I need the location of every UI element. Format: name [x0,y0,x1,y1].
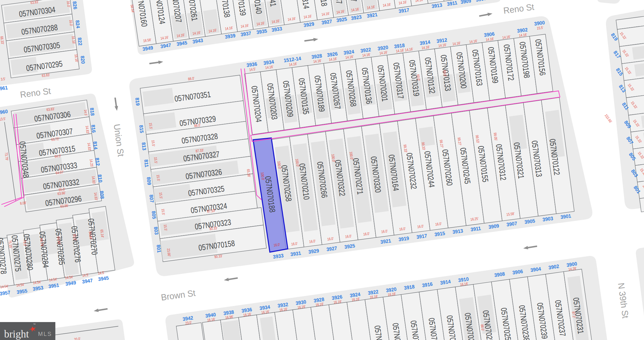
svg-text:814: 814 [92,141,98,150]
svg-text:16.0': 16.0' [273,242,280,247]
svg-text:60.0': 60.0' [442,70,447,77]
svg-text:3951: 3951 [48,282,59,289]
svg-text:16.0': 16.0' [435,221,442,226]
svg-text:3.5': 3.5' [0,76,6,81]
svg-text:60.0': 60.0' [416,74,421,81]
svg-text:14.5': 14.5' [98,270,105,275]
svg-text:16.0': 16.0' [66,1,71,8]
svg-text:824: 824 [75,20,81,28]
svg-text:Reno St: Reno St [503,2,535,16]
svg-text:14.83': 14.83' [85,125,90,134]
svg-text:14.5': 14.5' [82,273,89,278]
svg-text:15.5': 15.5' [151,140,156,147]
svg-text:15.5': 15.5' [163,224,168,231]
svg-text:16.0': 16.0' [291,241,298,246]
svg-text:14.83': 14.83' [91,176,96,184]
svg-text:64.0': 64.0' [54,154,61,159]
svg-text:3953: 3953 [32,285,44,292]
svg-text:88.0': 88.0' [194,123,201,128]
svg-text:16.0': 16.0' [417,224,424,229]
svg-text:818: 818 [89,107,95,116]
svg-text:16.16': 16.16' [71,36,76,44]
svg-text:Brown St: Brown St [160,288,196,303]
svg-text:64.74': 64.74' [39,238,44,246]
svg-text:16.0': 16.0' [399,226,406,231]
svg-text:64.94': 64.94' [56,236,61,245]
svg-text:65.38': 65.38' [246,169,251,177]
svg-text:822: 822 [77,37,83,46]
svg-text:65.14': 65.14' [100,229,105,238]
svg-text:16.0': 16.0' [381,229,388,234]
svg-text:805: 805 [151,211,157,219]
svg-text:88.0': 88.0' [480,324,485,331]
svg-text:14.5': 14.5' [84,109,88,116]
svg-text:16.0': 16.0' [363,231,370,236]
svg-text:815: 815 [138,125,145,133]
svg-text:811: 811 [143,159,150,168]
svg-text:15.5': 15.5' [536,25,543,30]
svg-text:961: 961 [0,85,8,91]
svg-text:14.54': 14.54' [0,284,8,289]
svg-text:3947: 3947 [82,278,93,285]
svg-text:bright: bright [4,328,29,340]
svg-text:Reno St: Reno St [19,86,52,100]
svg-text:809: 809 [146,177,152,185]
svg-text:810: 810 [97,174,103,183]
svg-text:807: 807 [148,194,155,203]
svg-text:16.0': 16.0' [327,236,334,241]
svg-text:816: 816 [90,124,97,133]
svg-text:64.84': 64.84' [88,231,93,240]
svg-text:16.0': 16.0' [309,239,316,244]
svg-text:88.0': 88.0' [188,76,195,81]
svg-text:™: ™ [33,323,36,326]
svg-text:75.0': 75.0' [23,240,27,246]
svg-text:15.5': 15.5' [156,174,161,181]
svg-text:14.25': 14.25' [89,159,94,167]
svg-text:N 39th St: N 39th St [616,282,630,319]
svg-text:15.5': 15.5' [161,208,166,215]
svg-text:153.66': 153.66' [604,113,613,124]
svg-text:65.0': 65.0' [73,234,77,241]
svg-text:Union St: Union St [112,123,126,157]
svg-text:14.5': 14.5' [249,67,256,72]
svg-text:18.16': 18.16' [74,54,79,62]
svg-text:16.0': 16.0' [345,234,352,239]
svg-text:8.08': 8.08' [20,201,27,206]
svg-text:801: 801 [156,244,162,253]
svg-text:808: 808 [99,190,105,199]
svg-text:820: 820 [80,55,86,64]
svg-text:813: 813 [141,142,147,150]
svg-text:15.5': 15.5' [158,192,163,199]
svg-text:MLS: MLS [38,331,52,337]
svg-text:15.5': 15.5' [148,122,153,129]
svg-text:75.15': 75.15' [8,240,13,248]
svg-text:826: 826 [72,1,78,9]
svg-text:14.83': 14.83' [93,192,98,201]
svg-text:13.5': 13.5' [0,116,6,122]
svg-text:66.33': 66.33' [0,36,5,44]
svg-text:73.79': 73.79' [4,152,9,161]
svg-text:23.0': 23.0' [185,320,192,325]
svg-text:3949: 3949 [65,280,76,287]
svg-text:15.5': 15.5' [153,157,158,164]
svg-text:812: 812 [94,157,101,166]
svg-text:23.66': 23.66' [166,248,171,257]
svg-text:819: 819 [134,97,141,106]
svg-text:803: 803 [153,226,159,235]
svg-text:16.0': 16.0' [69,20,74,26]
svg-text:20.0': 20.0' [74,337,81,340]
svg-text:58.54': 58.54' [130,4,135,13]
svg-text:14.83': 14.83' [87,142,92,151]
svg-text:87.2': 87.2' [571,311,576,318]
svg-text:3945: 3945 [98,275,109,282]
